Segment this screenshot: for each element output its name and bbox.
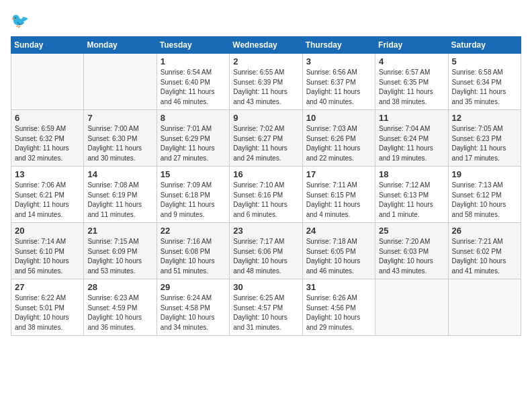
calendar-cell: 16 Sunrise: 7:10 AM Sunset: 6:16 PM Dayl… bbox=[230, 167, 302, 223]
day-number: 23 bbox=[233, 226, 298, 236]
sunset-text: Sunset: 6:18 PM bbox=[161, 191, 226, 201]
cell-content: Sunrise: 6:23 AM Sunset: 4:59 PM Dayligh… bbox=[87, 293, 152, 332]
cell-content: Sunrise: 7:20 AM Sunset: 6:03 PM Dayligh… bbox=[379, 237, 444, 276]
daylight-text: Daylight: 11 hours and 14 minutes. bbox=[15, 200, 80, 220]
cell-content: Sunrise: 7:17 AM Sunset: 6:06 PM Dayligh… bbox=[233, 237, 298, 276]
day-number: 24 bbox=[306, 226, 371, 236]
day-number: 26 bbox=[452, 226, 517, 236]
day-number: 2 bbox=[233, 56, 298, 66]
daylight-text: Daylight: 11 hours and 22 minutes. bbox=[306, 144, 371, 163]
calendar-cell: 29 Sunrise: 6:24 AM Sunset: 4:58 PM Dayl… bbox=[157, 279, 229, 336]
daylight-text: Daylight: 11 hours and 46 minutes. bbox=[161, 87, 226, 107]
day-number: 29 bbox=[161, 282, 226, 292]
sunset-text: Sunset: 6:40 PM bbox=[161, 78, 226, 88]
sunset-text: Sunset: 6:12 PM bbox=[452, 191, 517, 201]
logo-icon: 🐦 bbox=[11, 11, 30, 30]
calendar-cell: 2 Sunrise: 6:55 AM Sunset: 6:39 PM Dayli… bbox=[230, 54, 302, 110]
sunset-text: Sunset: 6:05 PM bbox=[306, 247, 371, 257]
calendar-cell: 12 Sunrise: 7:05 AM Sunset: 6:23 PM Dayl… bbox=[448, 110, 521, 167]
day-number: 11 bbox=[379, 113, 444, 123]
day-number: 14 bbox=[87, 169, 152, 179]
sunset-text: Sunset: 6:13 PM bbox=[379, 191, 444, 201]
day-number: 1 bbox=[161, 56, 226, 66]
day-number: 16 bbox=[233, 169, 298, 179]
daylight-text: Daylight: 10 hours and 51 minutes. bbox=[161, 257, 226, 276]
sunset-text: Sunset: 6:30 PM bbox=[87, 134, 152, 144]
calendar-cell: 28 Sunrise: 6:23 AM Sunset: 4:59 PM Dayl… bbox=[84, 279, 157, 336]
calendar-cell: 30 Sunrise: 6:25 AM Sunset: 4:57 PM Dayl… bbox=[230, 279, 302, 336]
calendar-cell bbox=[448, 279, 521, 336]
day-number: 13 bbox=[15, 169, 80, 179]
sunset-text: Sunset: 6:06 PM bbox=[233, 247, 298, 257]
cell-content: Sunrise: 7:21 AM Sunset: 6:02 PM Dayligh… bbox=[452, 237, 517, 276]
sunrise-text: Sunrise: 7:02 AM bbox=[233, 124, 298, 134]
weekday-header-thursday: Thursday bbox=[302, 37, 375, 54]
sunset-text: Sunset: 6:32 PM bbox=[15, 134, 80, 144]
cell-content: Sunrise: 7:10 AM Sunset: 6:16 PM Dayligh… bbox=[233, 181, 298, 220]
daylight-text: Daylight: 11 hours and 1 minute. bbox=[379, 200, 444, 220]
sunset-text: Sunset: 6:08 PM bbox=[161, 247, 226, 257]
day-number: 4 bbox=[379, 56, 444, 66]
sunrise-text: Sunrise: 7:10 AM bbox=[233, 181, 298, 191]
daylight-text: Daylight: 10 hours and 53 minutes. bbox=[87, 257, 152, 276]
calendar-cell: 5 Sunrise: 6:58 AM Sunset: 6:34 PM Dayli… bbox=[448, 54, 521, 110]
daylight-text: Daylight: 11 hours and 4 minutes. bbox=[306, 200, 371, 220]
daylight-text: Daylight: 10 hours and 38 minutes. bbox=[15, 313, 80, 332]
cell-content: Sunrise: 7:16 AM Sunset: 6:08 PM Dayligh… bbox=[161, 237, 226, 276]
calendar-cell: 31 Sunrise: 6:26 AM Sunset: 4:56 PM Dayl… bbox=[302, 279, 375, 336]
calendar-cell: 14 Sunrise: 7:08 AM Sunset: 6:19 PM Dayl… bbox=[84, 167, 157, 223]
calendar-cell bbox=[84, 54, 157, 110]
logo: 🐦 bbox=[11, 11, 32, 30]
sunset-text: Sunset: 6:27 PM bbox=[233, 134, 298, 144]
sunset-text: Sunset: 4:59 PM bbox=[87, 304, 152, 314]
daylight-text: Daylight: 10 hours and 43 minutes. bbox=[379, 257, 444, 276]
weekday-header-sunday: Sunday bbox=[11, 37, 84, 54]
cell-content: Sunrise: 6:54 AM Sunset: 6:40 PM Dayligh… bbox=[161, 68, 226, 107]
sunset-text: Sunset: 5:01 PM bbox=[15, 304, 80, 314]
sunset-text: Sunset: 6:23 PM bbox=[452, 134, 517, 144]
day-number: 22 bbox=[161, 226, 226, 236]
daylight-text: Daylight: 11 hours and 17 minutes. bbox=[452, 144, 517, 163]
sunrise-text: Sunrise: 7:11 AM bbox=[306, 181, 371, 191]
sunset-text: Sunset: 6:37 PM bbox=[306, 78, 371, 88]
calendar-cell: 6 Sunrise: 6:59 AM Sunset: 6:32 PM Dayli… bbox=[11, 110, 84, 167]
cell-content: Sunrise: 7:15 AM Sunset: 6:09 PM Dayligh… bbox=[87, 237, 152, 276]
sunrise-text: Sunrise: 6:56 AM bbox=[306, 68, 371, 78]
sunrise-text: Sunrise: 6:55 AM bbox=[233, 68, 298, 78]
sunrise-text: Sunrise: 6:58 AM bbox=[452, 68, 517, 78]
weekday-header-monday: Monday bbox=[84, 37, 157, 54]
cell-content: Sunrise: 7:05 AM Sunset: 6:23 PM Dayligh… bbox=[452, 124, 517, 163]
daylight-text: Daylight: 11 hours and 9 minutes. bbox=[161, 200, 226, 220]
calendar-cell: 19 Sunrise: 7:13 AM Sunset: 6:12 PM Dayl… bbox=[448, 167, 521, 223]
sunrise-text: Sunrise: 7:05 AM bbox=[452, 124, 517, 134]
sunset-text: Sunset: 4:57 PM bbox=[233, 304, 298, 314]
sunrise-text: Sunrise: 6:24 AM bbox=[161, 293, 226, 304]
cell-content: Sunrise: 7:08 AM Sunset: 6:19 PM Dayligh… bbox=[87, 181, 152, 220]
day-number: 25 bbox=[379, 226, 444, 236]
calendar-cell: 22 Sunrise: 7:16 AM Sunset: 6:08 PM Dayl… bbox=[157, 223, 229, 279]
sunset-text: Sunset: 6:26 PM bbox=[306, 134, 371, 144]
sunset-text: Sunset: 6:21 PM bbox=[15, 191, 80, 201]
day-number: 18 bbox=[379, 169, 444, 179]
sunrise-text: Sunrise: 7:08 AM bbox=[87, 181, 152, 191]
cell-content: Sunrise: 6:22 AM Sunset: 5:01 PM Dayligh… bbox=[15, 293, 80, 332]
sunrise-text: Sunrise: 6:54 AM bbox=[161, 68, 226, 78]
calendar-cell: 8 Sunrise: 7:01 AM Sunset: 6:29 PM Dayli… bbox=[157, 110, 229, 167]
day-number: 5 bbox=[452, 56, 517, 66]
cell-content: Sunrise: 6:57 AM Sunset: 6:35 PM Dayligh… bbox=[379, 68, 444, 107]
weekday-header-tuesday: Tuesday bbox=[157, 37, 229, 54]
calendar-table: SundayMondayTuesdayWednesdayThursdayFrid… bbox=[11, 36, 521, 336]
page-header: 🐦 bbox=[11, 11, 521, 30]
svg-text:🐦: 🐦 bbox=[11, 11, 30, 30]
sunset-text: Sunset: 6:03 PM bbox=[379, 247, 444, 257]
daylight-text: Daylight: 11 hours and 30 minutes. bbox=[87, 144, 152, 163]
calendar-cell: 11 Sunrise: 7:04 AM Sunset: 6:24 PM Dayl… bbox=[375, 110, 448, 167]
sunrise-text: Sunrise: 7:20 AM bbox=[379, 237, 444, 247]
calendar-cell: 13 Sunrise: 7:06 AM Sunset: 6:21 PM Dayl… bbox=[11, 167, 84, 223]
cell-content: Sunrise: 7:18 AM Sunset: 6:05 PM Dayligh… bbox=[306, 237, 371, 276]
cell-content: Sunrise: 6:58 AM Sunset: 6:34 PM Dayligh… bbox=[452, 68, 517, 107]
daylight-text: Daylight: 10 hours and 56 minutes. bbox=[15, 257, 80, 276]
cell-content: Sunrise: 7:06 AM Sunset: 6:21 PM Dayligh… bbox=[15, 181, 80, 220]
day-number: 10 bbox=[306, 113, 371, 123]
daylight-text: Daylight: 11 hours and 43 minutes. bbox=[233, 87, 298, 107]
